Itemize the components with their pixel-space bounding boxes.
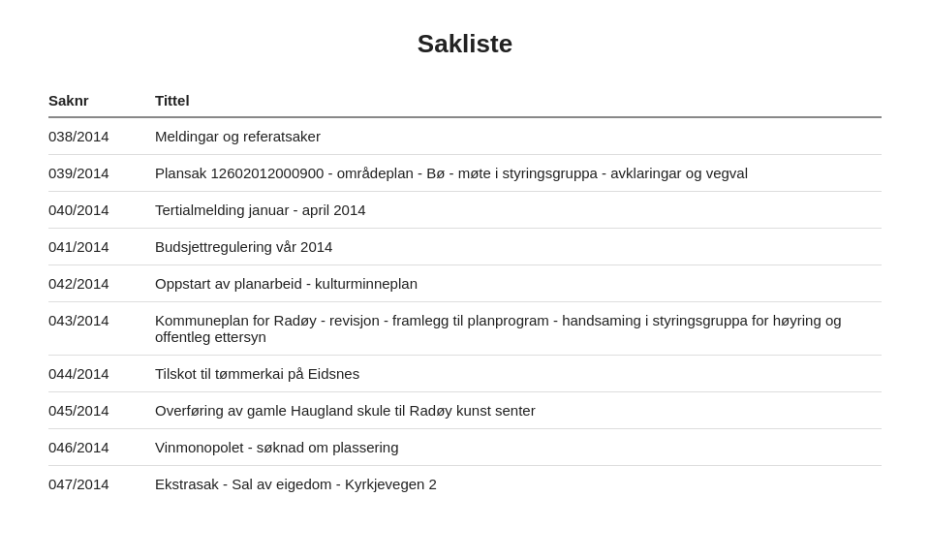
saknr-cell: 043/2014	[48, 302, 155, 356]
tittel-cell: Ekstrasak - Sal av eigedom - Kyrkjevegen…	[155, 466, 882, 503]
tittel-cell: Vinmonopolet - søknad om plassering	[155, 429, 882, 466]
saknr-cell: 041/2014	[48, 229, 155, 265]
saknr-cell: 046/2014	[48, 429, 155, 466]
tittel-cell: Meldingar og referatsaker	[155, 117, 882, 155]
col-tittel-header: Tittel	[155, 86, 882, 117]
table-row: 038/2014Meldingar og referatsaker	[48, 117, 882, 155]
saknr-cell: 047/2014	[48, 466, 155, 503]
saknr-cell: 040/2014	[48, 192, 155, 229]
tittel-cell: Overføring av gamle Haugland skule til R…	[155, 392, 882, 429]
table-row: 039/2014Plansak 12602012000900 - områdep…	[48, 155, 882, 192]
table-row: 041/2014Budsjettregulering vår 2014	[48, 229, 882, 265]
sakliste-table: Saknr Tittel 038/2014Meldingar og refera…	[48, 86, 882, 502]
saknr-cell: 044/2014	[48, 356, 155, 392]
table-row: 046/2014Vinmonopolet - søknad om plasser…	[48, 429, 882, 466]
tittel-cell: Budsjettregulering vår 2014	[155, 229, 882, 265]
saknr-cell: 039/2014	[48, 155, 155, 192]
saknr-cell: 045/2014	[48, 392, 155, 429]
tittel-cell: Kommuneplan for Radøy - revisjon - framl…	[155, 302, 882, 356]
tittel-cell: Oppstart av planarbeid - kulturminneplan	[155, 265, 882, 302]
table-row: 040/2014Tertialmelding januar - april 20…	[48, 192, 882, 229]
table-row: 042/2014Oppstart av planarbeid - kulturm…	[48, 265, 882, 302]
col-saknr-header: Saknr	[48, 86, 155, 117]
table-row: 044/2014Tilskot til tømmerkai på Eidsnes	[48, 356, 882, 392]
saknr-cell: 042/2014	[48, 265, 155, 302]
tittel-cell: Tertialmelding januar - april 2014	[155, 192, 882, 229]
page-title: Sakliste	[48, 29, 882, 59]
table-row: 047/2014Ekstrasak - Sal av eigedom - Kyr…	[48, 466, 882, 503]
table-row: 045/2014Overføring av gamle Haugland sku…	[48, 392, 882, 429]
saknr-cell: 038/2014	[48, 117, 155, 155]
tittel-cell: Plansak 12602012000900 - områdeplan - Bø…	[155, 155, 882, 192]
tittel-cell: Tilskot til tømmerkai på Eidsnes	[155, 356, 882, 392]
table-row: 043/2014Kommuneplan for Radøy - revisjon…	[48, 302, 882, 356]
